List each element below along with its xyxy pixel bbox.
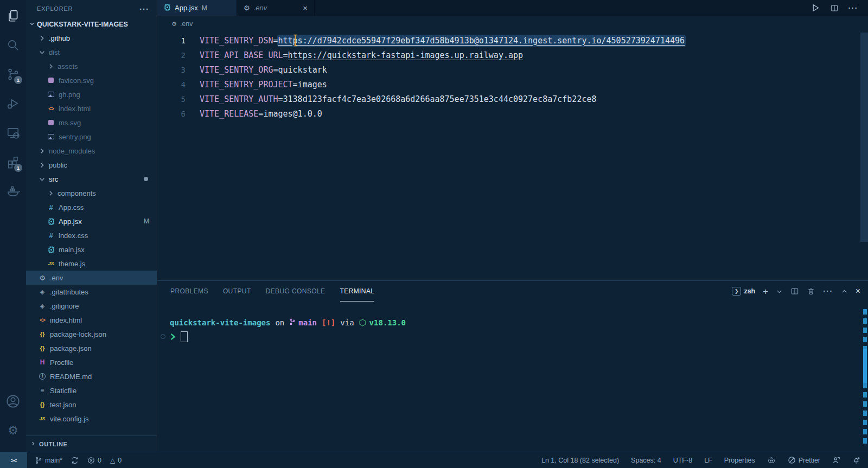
activity-item-source-control[interactable]: 1: [0, 60, 26, 89]
code-line-3[interactable]: 3VITE_SENTRY_ORG=quickstark: [157, 62, 868, 77]
terminal-content[interactable]: quickstark-vite-imagesonmain[!]viav18.13…: [157, 302, 868, 452]
outline-section[interactable]: OUTLINE: [26, 435, 157, 452]
tree-item-app-jsx[interactable]: App.jsxM: [26, 214, 157, 228]
editor-tab--env[interactable]: ⚙.env×: [237, 0, 315, 16]
code-editor[interactable]: 1VITE_SENTRY_DSN=https://d7942cdce55947f…: [157, 31, 868, 280]
panel-tab-problems[interactable]: PROBLEMS: [170, 281, 208, 302]
tree-item-dist[interactable]: dist: [26, 45, 157, 59]
tree-item-src[interactable]: src: [26, 172, 157, 186]
tree-item--gitignore[interactable]: ◈.gitignore: [26, 299, 157, 313]
status-errors[interactable]: 0: [87, 457, 101, 464]
tree-item-node-modules[interactable]: node_modules: [26, 144, 157, 158]
run-button[interactable]: [811, 3, 820, 12]
command-decoration-icon[interactable]: [161, 334, 165, 339]
kill-terminal-button[interactable]: [807, 287, 815, 296]
status-feedback[interactable]: [832, 456, 840, 464]
editor-tab-app-jsx[interactable]: App.jsxM: [157, 0, 237, 16]
activity-item-remote-explorer[interactable]: [0, 118, 26, 148]
code-line-6[interactable]: 6VITE_RELEASE=images@1.0.0: [157, 106, 868, 121]
tree-item--github[interactable]: .github: [26, 31, 157, 45]
tree-item-test-json[interactable]: {}test.json: [26, 398, 157, 412]
tree-item-theme-js[interactable]: JStheme.js: [26, 257, 157, 271]
terminal-more-button[interactable]: ···: [823, 287, 833, 296]
tree-item-public[interactable]: public: [26, 158, 157, 172]
tree-item-label: test.json: [50, 401, 76, 409]
activity-item-extensions[interactable]: 1: [0, 148, 26, 177]
status-git-branch[interactable]: main*: [35, 457, 62, 464]
equals-sign: =: [283, 50, 288, 60]
tree-item-package-lock-json[interactable]: {}package-lock.json: [26, 327, 157, 341]
tree-item--gitattributes[interactable]: ◈.gitattributes: [26, 285, 157, 299]
views-more-icon[interactable]: ···: [139, 4, 149, 14]
tree-item-index-html[interactable]: <>index.html: [26, 101, 157, 116]
activity-item-run-and-debug[interactable]: [0, 89, 26, 118]
split-editor-button[interactable]: [830, 4, 839, 12]
activity-item-settings[interactable]: ⚙: [0, 418, 26, 443]
status-notifications[interactable]: [852, 456, 860, 464]
tree-item--env[interactable]: ⚙.env: [26, 271, 157, 285]
status-language-mode[interactable]: Properties: [724, 457, 755, 464]
tree-item-staticfile[interactable]: ≡Staticfile: [26, 383, 157, 398]
react-file-icon: [164, 4, 171, 12]
breadcrumb[interactable]: ⚙ .env: [157, 16, 868, 31]
terminal-dropdown[interactable]: [776, 288, 783, 295]
tree-item-procfile[interactable]: HProcfile: [26, 355, 157, 369]
tree-item-readme-md[interactable]: iREADME.md: [26, 369, 157, 383]
status-formatter[interactable]: Prettier: [788, 456, 820, 464]
status-copilot[interactable]: [767, 456, 776, 465]
code-line-2[interactable]: 2VITE_API_BASE_URL=https://quickstark-fa…: [157, 48, 868, 62]
status-eol[interactable]: LF: [704, 457, 712, 464]
new-terminal-button[interactable]: +: [763, 287, 768, 296]
gear-icon: ⚙: [38, 274, 47, 282]
status-eol-label: LF: [704, 457, 712, 464]
terminal-profile[interactable]: ❯zsh: [732, 287, 755, 296]
activity-item-search[interactable]: [0, 30, 26, 60]
panel-tab-debug-console[interactable]: DEBUG CONSOLE: [266, 281, 326, 302]
panel-tab-terminal[interactable]: TERMINAL: [340, 281, 375, 302]
status-cursor-position[interactable]: Ln 1, Col 18 (82 selected): [541, 457, 619, 464]
react-file-icon: [47, 218, 55, 225]
status-indentation[interactable]: Spaces: 4: [631, 457, 661, 464]
activity-item-explorer[interactable]: [0, 1, 26, 30]
more-actions-button[interactable]: ···: [848, 4, 859, 12]
tree-item-assets[interactable]: assets: [26, 59, 157, 73]
status-errors-label: 0: [98, 457, 101, 464]
terminal-prompt-line: quickstark-vite-imagesonmain[!]viav18.13…: [170, 318, 868, 328]
tree-item-vite-config-js[interactable]: JSvite.config.js: [26, 412, 157, 426]
remote-indicator[interactable]: ><: [0, 452, 27, 468]
close-icon[interactable]: ×: [303, 4, 308, 12]
tree-item-ms-svg[interactable]: ms.svg: [26, 116, 157, 130]
panel-tab-output[interactable]: OUTPUT: [223, 281, 251, 302]
prompt-branch: main: [298, 318, 317, 327]
status-warnings[interactable]: △0: [110, 457, 122, 464]
activity-item-docker[interactable]: [0, 177, 26, 206]
tree-item-gh-png[interactable]: gh.png: [26, 87, 157, 101]
docker-icon: [6, 184, 20, 198]
git-branch-icon: [289, 318, 296, 328]
tree-item-label: dist: [49, 48, 60, 56]
code-line-4[interactable]: 4VITE_SENTRY_PROJECT=images: [157, 77, 868, 92]
tree-item-label: assets: [58, 62, 78, 70]
status-encoding[interactable]: UTF-8: [673, 457, 692, 464]
search-icon: [6, 38, 20, 52]
tree-item-package-json[interactable]: {}package.json: [26, 341, 157, 355]
project-root-row[interactable]: QUICKSTARK-VITE-IMAGES: [26, 17, 157, 31]
tree-item-sentry-png[interactable]: sentry.png: [26, 130, 157, 144]
editor-scrollbar[interactable]: [860, 33, 868, 242]
activity-item-accounts[interactable]: [0, 389, 26, 414]
env-key: VITE_API_BASE_URL: [200, 50, 283, 60]
status-sync[interactable]: [71, 457, 79, 464]
equals-sign: =: [293, 80, 298, 89]
tree-item-main-jsx[interactable]: main.jsx: [26, 242, 157, 257]
tree-item-index-html[interactable]: <>index.html: [26, 313, 157, 327]
tree-item-components[interactable]: components: [26, 186, 157, 200]
code-line-1[interactable]: 1VITE_SENTRY_DSN=https://d7942cdce55947f…: [157, 33, 868, 48]
close-panel-button[interactable]: ×: [856, 287, 860, 296]
tree-item-index-css[interactable]: #index.css: [26, 228, 157, 242]
maximize-panel-button[interactable]: [841, 288, 848, 295]
prompt-directory: quickstark-vite-images: [170, 318, 270, 327]
tree-item-app-css[interactable]: #App.css: [26, 200, 157, 214]
code-line-5[interactable]: 5VITE_SENTRY_AUTH=3138d123facf4c7ea3e026…: [157, 92, 868, 106]
split-terminal-button[interactable]: [790, 287, 799, 296]
tree-item-favicon-svg[interactable]: favicon.svg: [26, 73, 157, 87]
